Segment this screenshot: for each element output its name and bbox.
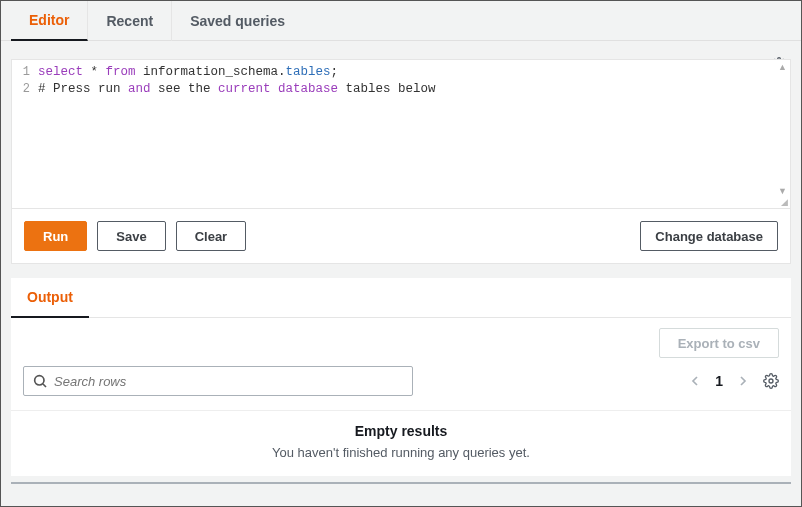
results-settings-icon[interactable]: [763, 373, 779, 389]
run-button[interactable]: Run: [24, 221, 87, 251]
save-button[interactable]: Save: [97, 221, 165, 251]
top-tabs: Editor Recent Saved queries: [1, 1, 801, 41]
empty-results-title: Empty results: [11, 423, 791, 439]
pager: 1: [687, 373, 779, 389]
search-rows-input[interactable]: [54, 374, 404, 389]
empty-results: Empty results You haven't finished runni…: [11, 410, 791, 476]
tab-recent[interactable]: Recent: [88, 1, 172, 41]
prev-page-button[interactable]: [687, 373, 703, 389]
search-icon: [32, 373, 48, 389]
sql-editor[interactable]: 12 select * from information_schema.tabl…: [11, 59, 791, 209]
tab-saved-queries[interactable]: Saved queries: [172, 1, 303, 41]
next-page-button[interactable]: [735, 373, 751, 389]
empty-results-message: You haven't finished running any queries…: [11, 445, 791, 460]
svg-point-3: [769, 379, 773, 383]
svg-point-1: [35, 376, 44, 385]
footer-divider: [11, 482, 791, 484]
scroll-up-indicator: ▲: [778, 62, 787, 72]
output-tabs: Output: [11, 278, 791, 318]
search-rows-box[interactable]: [23, 366, 413, 396]
svg-line-2: [43, 384, 46, 387]
tab-output[interactable]: Output: [11, 278, 89, 318]
editor-code[interactable]: select * from information_schema.tables;…: [34, 60, 440, 208]
page-indicator: 1: [715, 373, 723, 389]
sql-editor-section: 12 select * from information_schema.tabl…: [11, 59, 791, 209]
resize-handle[interactable]: ◢: [781, 197, 788, 207]
clear-button[interactable]: Clear: [176, 221, 247, 251]
output-section: Output Export to csv 1: [11, 278, 791, 476]
editor-toolbar: Run Save Clear Change database: [11, 209, 791, 264]
scroll-down-indicator: ▼: [778, 186, 787, 196]
tab-editor[interactable]: Editor: [11, 1, 88, 41]
editor-gutter: 12: [12, 60, 34, 208]
export-csv-button[interactable]: Export to csv: [659, 328, 779, 358]
change-database-button[interactable]: Change database: [640, 221, 778, 251]
